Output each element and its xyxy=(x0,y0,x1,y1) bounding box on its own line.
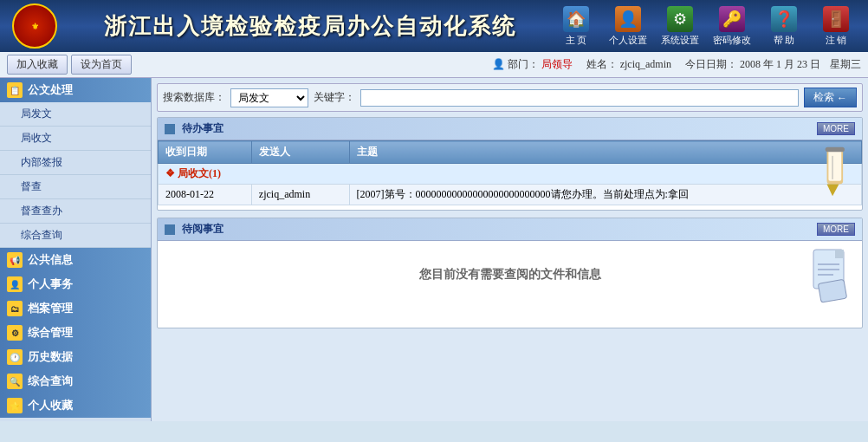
content-area: 搜索数据库： 局发文 局收文 内部签报 督查 关键字： 检索 ← 待办事宜 MO… xyxy=(152,78,868,421)
sidebar-header-dagl[interactable]: 🗂 档案管理 xyxy=(0,296,151,321)
sidebar-ggxx-icon: 📢 xyxy=(7,252,23,268)
sidebar-wjcl-icon: 📋 xyxy=(7,82,23,98)
nav-password-btn[interactable]: 🔑 密码修改 xyxy=(707,2,757,50)
svg-rect-1 xyxy=(828,150,841,180)
sub-header: 加入收藏 设为首页 👤 部门： 局领导 姓名： zjciq_admin 今日日期… xyxy=(0,52,868,78)
dept-value: 局领导 xyxy=(541,58,573,70)
svg-rect-3 xyxy=(826,147,845,153)
add-bookmark-btn[interactable]: 加入收藏 xyxy=(7,55,68,75)
weekday-value: 星期三 xyxy=(830,58,861,70)
pen-decoration xyxy=(809,144,857,200)
search-keyword-input[interactable] xyxy=(360,89,799,107)
nav-personal-btn[interactable]: 👤 个人设置 xyxy=(603,2,653,50)
sidebar-grsw-icon: 👤 xyxy=(7,276,23,292)
sidebar-zhcx2-icon: 🔍 xyxy=(7,374,23,389)
logo-emblem: ⚜ xyxy=(12,3,57,49)
nav-home-btn[interactable]: 🏠 主 页 xyxy=(551,2,601,50)
todo-panel-header: 待办事宜 MORE xyxy=(158,118,862,140)
sidebar-header-zhcx2[interactable]: 🔍 综合查询 xyxy=(0,369,151,393)
search-db-select[interactable]: 局发文 局收文 内部签报 督查 xyxy=(230,88,308,107)
nav-password-label: 密码修改 xyxy=(713,34,751,47)
sidebar-section-wjcl: 📋 公文处理 局发文 局收文 内部签报 督查 督查查办 综合查询 xyxy=(0,78,151,248)
todo-more-btn[interactable]: MORE xyxy=(817,122,855,135)
app-logo: ⚜ xyxy=(0,0,69,52)
col-date: 收到日期 xyxy=(159,141,252,164)
file-svg xyxy=(809,245,857,306)
sidebar-item-nbbj[interactable]: 内部签报 xyxy=(0,151,151,175)
name-label: 姓名： xyxy=(586,58,618,70)
sidebar-zhgl-icon: ⚙ xyxy=(7,325,23,341)
search-arrow-icon: ← xyxy=(837,92,847,104)
sidebar-header-zhgl[interactable]: ⚙ 综合管理 xyxy=(0,321,151,345)
sidebar-dagl-label: 档案管理 xyxy=(28,301,73,316)
sidebar-header-grsw[interactable]: 👤 个人事务 xyxy=(0,272,151,296)
todo-panel-body: 收到日期 发送人 主题 局收文(1) 2008-01-22 zjciq_admi… xyxy=(158,140,862,210)
nav-logout-btn[interactable]: 🚪 注 销 xyxy=(811,2,861,50)
sidebar-wjcl-label: 公文处理 xyxy=(28,82,73,98)
todo-panel-title: 待办事宜 xyxy=(165,121,223,136)
todo-title-icon xyxy=(165,124,175,134)
search-btn[interactable]: 检索 ← xyxy=(804,88,857,107)
todo-group-row[interactable]: 局收文(1) xyxy=(159,164,862,185)
pen-svg xyxy=(809,144,857,200)
system-icon: ⚙ xyxy=(667,6,693,32)
col-subject: 主题 xyxy=(349,141,861,164)
todo-group-label[interactable]: 局收文(1) xyxy=(159,164,862,185)
sidebar-header-ggxx[interactable]: 📢 公共信息 xyxy=(0,248,151,272)
todo-table: 收到日期 发送人 主题 局收文(1) 2008-01-22 zjciq_admi… xyxy=(158,140,862,205)
date-value: 2008 年 1 月 23 日 xyxy=(740,58,820,70)
toread-title-icon xyxy=(165,224,175,235)
sidebar-zhgl-label: 综合管理 xyxy=(28,325,73,341)
sidebar-grsj-icon: ⭐ xyxy=(7,398,23,413)
toread-panel-title: 待阅事宜 xyxy=(165,222,223,237)
table-row[interactable]: 2008-01-22 zjciq_admin [2007]第号：00000000… xyxy=(159,185,862,205)
nav-home-label: 主 页 xyxy=(566,34,587,47)
sidebar-section-zhcx2: 🔍 综合查询 xyxy=(0,369,151,393)
sidebar-item-jfw[interactable]: 局发文 xyxy=(0,102,151,127)
toread-panel-body: 您目前没有需要查阅的文件和信息 xyxy=(158,241,862,328)
search-bar: 搜索数据库： 局发文 局收文 内部签报 督查 关键字： 检索 ← xyxy=(157,83,863,112)
help-icon: ❓ xyxy=(771,6,797,32)
logout-icon: 🚪 xyxy=(823,6,849,32)
sidebar-item-dcz[interactable]: 督查查办 xyxy=(0,199,151,224)
sidebar-item-jsw[interactable]: 局收文 xyxy=(0,127,151,151)
dept-label: 部门： xyxy=(508,58,539,70)
sidebar-lssj-icon: 🕐 xyxy=(7,349,23,365)
nav-system-label: 系统设置 xyxy=(661,34,699,47)
toread-more-btn[interactable]: MORE xyxy=(817,223,855,236)
sidebar-item-zhcx[interactable]: 综合查询 xyxy=(0,224,151,248)
home-icon: 🏠 xyxy=(563,6,589,32)
app-header: ⚜ 浙江出入境检验检疫局办公自动化系统 🏠 主 页 👤 个人设置 ⚙ 系统设置 … xyxy=(0,0,868,52)
file-decoration xyxy=(809,245,857,306)
nav-help-label: 帮 助 xyxy=(774,34,795,47)
sidebar-zhcx2-label: 综合查询 xyxy=(28,374,73,389)
todo-title-text: 待办事宜 xyxy=(182,121,223,136)
user-info: 👤 部门： 局领导 姓名： zjciq_admin 今日日期： 2008 年 1… xyxy=(492,57,861,72)
sidebar-section-dagl: 🗂 档案管理 xyxy=(0,296,151,321)
svg-rect-11 xyxy=(818,279,846,302)
user-dept: 👤 部门： 局领导 xyxy=(492,57,573,72)
sidebar-lssj-label: 历史数据 xyxy=(28,349,73,365)
nav-help-btn[interactable]: ❓ 帮 助 xyxy=(759,2,809,50)
svg-rect-7 xyxy=(835,250,844,258)
name-value: zjciq_admin xyxy=(620,58,671,70)
header-nav: 🏠 主 页 👤 个人设置 ⚙ 系统设置 🔑 密码修改 ❓ 帮 助 🚪 注 销 xyxy=(551,2,868,50)
nav-logout-label: 注 销 xyxy=(826,34,847,47)
sidebar-header-grsj[interactable]: ⭐ 个人收藏 xyxy=(0,393,151,418)
nav-personal-label: 个人设置 xyxy=(609,34,647,47)
sidebar-item-dc[interactable]: 督查 xyxy=(0,175,151,199)
sidebar-header-lssj[interactable]: 🕐 历史数据 xyxy=(0,345,151,369)
logo-icon: ⚜ xyxy=(31,22,39,31)
personal-icon: 👤 xyxy=(615,6,641,32)
todo-table-header-row: 收到日期 发送人 主题 xyxy=(159,141,862,164)
sidebar-grsj-label: 个人收藏 xyxy=(28,398,73,413)
todo-panel: 待办事宜 MORE 收到日期 发送人 主题 局收文(1) xyxy=(157,117,863,211)
search-keyword-label: 关键字： xyxy=(314,90,355,105)
sidebar-ggxx-label: 公共信息 xyxy=(28,252,73,268)
set-homepage-btn[interactable]: 设为首页 xyxy=(71,55,132,75)
nav-system-btn[interactable]: ⚙ 系统设置 xyxy=(655,2,705,50)
sidebar-dagl-icon: 🗂 xyxy=(7,301,23,316)
row-sender: zjciq_admin xyxy=(251,185,349,205)
sidebar-header-wjcl[interactable]: 📋 公文处理 xyxy=(0,78,151,102)
sidebar-section-lssj: 🕐 历史数据 xyxy=(0,345,151,369)
